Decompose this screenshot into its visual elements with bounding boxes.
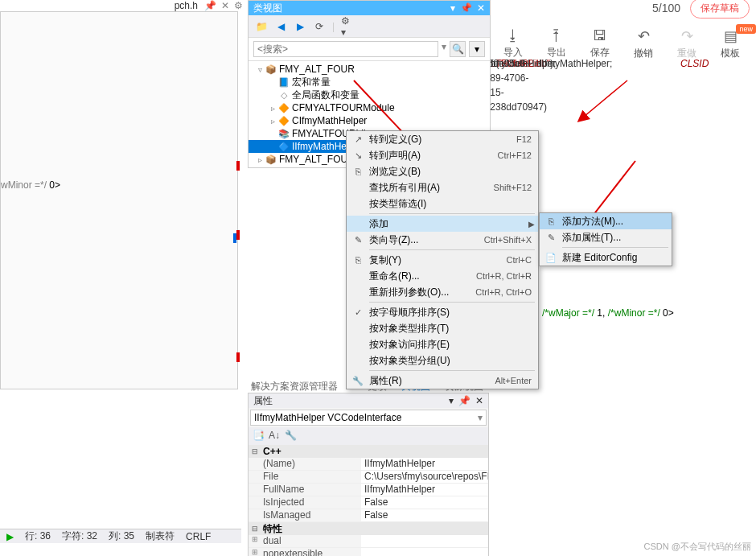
play-icon[interactable]: ▶ bbox=[6, 531, 14, 542]
search-dropdown-icon[interactable]: ▾ bbox=[442, 41, 446, 57]
action-toolbar: ⭳导入 ⭱导出 🖫保存 ↶撤销 ↷重做 ▤模板new bbox=[499, 27, 745, 60]
import-action[interactable]: ⭳导入 bbox=[499, 27, 528, 60]
status-line: 行: 36 bbox=[25, 529, 51, 543]
close-icon[interactable]: ✕ bbox=[221, 0, 229, 11]
dropdown-icon[interactable]: ▾ bbox=[449, 395, 454, 406]
save-action[interactable]: 🖫保存 bbox=[585, 27, 614, 60]
code-comment: /*wMajor =*/ 1, /*wMinor =*/ 0> bbox=[542, 307, 674, 319]
classview-titlebar[interactable]: 类视图 ▾ 📌 ✕ bbox=[249, 1, 490, 15]
classview-toolbar: 📁 ◀ ▶ ⟳ | ⚙ ▾ bbox=[249, 15, 490, 38]
dropdown-icon[interactable]: ▾ bbox=[450, 2, 455, 14]
back-icon[interactable]: ◀ bbox=[274, 20, 287, 33]
close-icon[interactable]: ✕ bbox=[475, 395, 483, 406]
menu-item[interactable]: 按对象类型分组(U) bbox=[347, 352, 538, 369]
submenu-item[interactable]: ⎘添加方法(M)... bbox=[540, 213, 672, 229]
save-icon: 🖫 bbox=[593, 27, 607, 44]
redo-action: ↷重做 bbox=[672, 27, 701, 60]
forward-icon[interactable]: ▶ bbox=[294, 20, 306, 33]
alphabetize-icon[interactable]: A↓ bbox=[268, 429, 281, 442]
properties-panel: 属性 ▾ 📌 ✕ IIfmyMathHelper VCCodeInterface… bbox=[248, 393, 489, 556]
template-icon: ▤ bbox=[724, 27, 738, 45]
menu-item[interactable]: ✎类向导(Z)...Ctrl+Shift+X bbox=[347, 232, 538, 248]
context-menu[interactable]: ↗转到定义(G)F12↘转到声明(A)Ctrl+F12⎘浏览定义(B)查找所有引… bbox=[346, 130, 539, 389]
tree-item-CIfmyMathHelper[interactable]: ▹🔶CIfmyMathHelper bbox=[249, 114, 490, 127]
menu-item[interactable]: 🔧属性(R)Alt+Enter bbox=[347, 373, 538, 389]
refresh-icon[interactable]: ⟳ bbox=[313, 20, 326, 33]
menu-item[interactable]: ↘转到声明(A)Ctrl+F12 bbox=[347, 147, 538, 163]
gutter-marker bbox=[236, 161, 240, 171]
file-tab[interactable]: pch.h bbox=[175, 0, 198, 11]
wrench-icon[interactable]: 🔧 bbox=[284, 429, 297, 442]
pin-icon[interactable]: 📌 bbox=[458, 395, 470, 406]
properties-titlebar[interactable]: 属性 ▾ 📌 ✕ bbox=[249, 393, 488, 408]
menu-item[interactable]: 按类型筛选(I) bbox=[347, 196, 538, 212]
settings-icon[interactable]: ⚙ ▾ bbox=[341, 20, 354, 33]
redo-icon: ↷ bbox=[681, 27, 693, 45]
export-action[interactable]: ⭱导出 bbox=[542, 27, 571, 60]
counter: 5/100 bbox=[652, 2, 680, 14]
gutter-marker bbox=[236, 230, 240, 240]
gutter-marker bbox=[233, 233, 236, 243]
menu-item[interactable]: ⎘复制(Y)Ctrl+C bbox=[347, 252, 538, 268]
menu-item[interactable]: 按对象访问排序(E) bbox=[347, 336, 538, 352]
new-badge: new bbox=[736, 24, 756, 34]
status-crlf: CRLF bbox=[186, 531, 211, 542]
status-tabs: 制表符 bbox=[146, 529, 175, 543]
pin-icon[interactable]: 📌 bbox=[204, 0, 216, 11]
menu-item[interactable]: ✓按字母顺序排序(S) bbox=[347, 304, 538, 320]
undo-action[interactable]: ↶撤销 bbox=[629, 27, 658, 60]
search-options-button[interactable]: ▾ bbox=[469, 41, 485, 57]
pin-icon[interactable]: 📌 bbox=[460, 2, 472, 14]
menu-item[interactable]: 查找所有引用(A)Shift+F12 bbox=[347, 179, 538, 196]
properties-selector[interactable]: IIfmyMathHelper VCCodeInterface▾ bbox=[250, 410, 487, 426]
prop-row[interactable]: FullNameIIfmyMathHelper bbox=[249, 484, 488, 496]
status-char: 字符: 32 bbox=[62, 529, 97, 543]
menu-item[interactable]: ↗转到定义(G)F12 bbox=[347, 131, 538, 147]
categorize-icon[interactable]: 📑 bbox=[252, 429, 265, 442]
prop-row[interactable]: IsManagedFalse bbox=[249, 509, 488, 522]
undo-icon: ↶ bbox=[638, 27, 650, 45]
prop-row[interactable]: ⊞dual bbox=[249, 535, 488, 548]
clsid-label: CLSID bbox=[680, 56, 709, 71]
search-input[interactable] bbox=[253, 41, 438, 57]
folder-icon[interactable]: 📁 bbox=[255, 20, 268, 33]
submenu-add[interactable]: ⎘添加方法(M)...✎添加属性(T)...📄新建 EditorConfig bbox=[539, 212, 672, 266]
upload-icon: ⭱ bbox=[549, 27, 564, 44]
status-bar: ▶ 行: 36 字符: 32 列: 35 制表符 CRLF bbox=[0, 529, 241, 543]
code-editor-left[interactable]: wMinor =*/ 0> bbox=[0, 11, 238, 389]
download-icon: ⭳ bbox=[506, 27, 520, 44]
menu-item[interactable]: 按对象类型排序(T) bbox=[347, 320, 538, 336]
search-button[interactable]: 🔍 bbox=[450, 41, 466, 57]
template-action[interactable]: ▤模板new bbox=[716, 27, 745, 60]
tree-item-FMY_ALT_FOUR[interactable]: ▿📦FMY_ALT_FOUR bbox=[249, 63, 490, 76]
tree-item-全局函数和变量[interactable]: ◇全局函数和变量 bbox=[249, 89, 490, 101]
submenu-item[interactable]: ✎添加属性(T)... bbox=[540, 229, 672, 245]
submenu-item[interactable]: 📄新建 EditorConfig bbox=[540, 249, 672, 266]
gutter-marker bbox=[236, 352, 240, 362]
tree-item-CFMYALTFOURModule[interactable]: ▹🔶CFMYALTFOURModule bbox=[249, 101, 490, 114]
classview-title-label: 类视图 bbox=[253, 2, 282, 15]
close-icon[interactable]: ✕ bbox=[477, 2, 485, 14]
status-col: 列: 35 bbox=[109, 529, 134, 543]
prop-row[interactable]: IsInjectedFalse bbox=[249, 496, 488, 509]
properties-grid[interactable]: ⊟C++(Name)IIfmyMathHelperFileC:\Users\fm… bbox=[249, 445, 488, 556]
menu-item[interactable]: 添加▶ bbox=[347, 216, 538, 232]
save-draft-button[interactable]: 保存草稿 bbox=[690, 0, 750, 19]
tree-item-宏和常量[interactable]: 📘宏和常量 bbox=[249, 76, 490, 89]
menu-item[interactable]: ⎘浏览定义(B) bbox=[347, 163, 538, 179]
menu-item[interactable]: 重新排列参数(O)...Ctrl+R, Ctrl+O bbox=[347, 284, 538, 300]
menu-item[interactable]: 重命名(R)...Ctrl+R, Ctrl+R bbox=[347, 268, 538, 284]
watermark: CSDN @不会写代码的丝丽 bbox=[644, 541, 751, 553]
svg-line-1 bbox=[579, 80, 627, 121]
prop-row[interactable]: (Name)IIfmyMathHelper bbox=[249, 458, 488, 471]
prop-row[interactable]: FileC:\Users\fmy\source\repos\FM bbox=[249, 471, 488, 484]
code-line: wMinor =*/ 0> bbox=[1, 178, 60, 191]
prop-row[interactable]: ⊞nonextensible bbox=[249, 548, 488, 556]
gear-icon[interactable]: ⚙ bbox=[234, 0, 243, 11]
